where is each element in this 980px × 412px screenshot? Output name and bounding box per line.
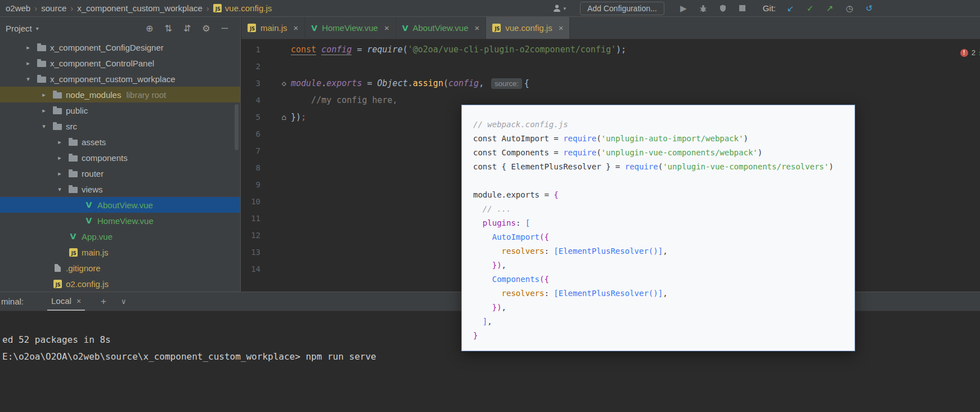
- tree-chevron-icon[interactable]: ▸: [37, 107, 51, 114]
- tab-label: vue.config.js: [505, 23, 552, 33]
- debug-icon[interactable]: [698, 4, 708, 13]
- git-label: Git:: [763, 3, 776, 13]
- breadcrumb: o2web›source›x_component_custom_workplac…: [6, 3, 552, 13]
- code-line-1: 1const config = require('@o2oa/vue-cli-p…: [241, 41, 980, 58]
- terminal-tab-local[interactable]: Local ×: [47, 292, 85, 311]
- editor-tab-vue.config.js[interactable]: JSvue.config.js×: [486, 17, 570, 39]
- tree-item-o2.config.js[interactable]: JSo2.config.js: [0, 276, 240, 292]
- line-number: 11: [241, 214, 260, 223]
- project-header-icons: ⊕ ⇅ ⇵ ⚙ ─: [146, 23, 228, 34]
- terminal-dropdown-icon[interactable]: ∨: [121, 297, 127, 306]
- tree-item-.gitignore[interactable]: .gitignore: [0, 260, 240, 276]
- code-text: const config = require('@o2oa/vue-cli-pl…: [291, 44, 626, 55]
- tree-item-label: src: [66, 122, 77, 131]
- tree-item-assets[interactable]: ▸assets: [0, 134, 240, 150]
- settings-icon[interactable]: ⚙: [202, 23, 210, 34]
- tree-item-main.js[interactable]: JSmain.js: [0, 244, 240, 260]
- popup-code-line: plugins: [: [473, 216, 855, 230]
- folder-icon: [69, 140, 78, 146]
- vue-file-icon: V: [402, 24, 408, 32]
- tab-close-icon[interactable]: ×: [384, 23, 389, 33]
- tree-item-node_modules[interactable]: ▸node_moduleslibrary root: [0, 87, 240, 102]
- tree-item-AboutView.vue[interactable]: VAboutView.vue: [0, 197, 240, 213]
- breadcrumb-item[interactable]: source: [41, 3, 66, 13]
- tree-chevron-icon[interactable]: ▾: [53, 186, 66, 193]
- folder-icon: [37, 77, 46, 83]
- tree-item-x_component_ControlPanel[interactable]: ▸x_component_ControlPanel: [0, 55, 240, 71]
- user-icon[interactable]: ▾: [552, 3, 566, 14]
- tree-item-HomeView.vue[interactable]: VHomeView.vue: [0, 213, 240, 229]
- commit-icon[interactable]: ✓: [805, 3, 815, 14]
- inspection-widget[interactable]: ! 2 ›: [960, 48, 980, 57]
- rollback-icon[interactable]: ↺: [864, 3, 874, 14]
- breadcrumb-item-label: source: [41, 3, 66, 13]
- popup-code-line: module.exports = {: [473, 188, 855, 202]
- push-icon[interactable]: ↗: [825, 3, 835, 14]
- tree-item-label: AboutView.vue: [97, 200, 153, 210]
- tab-close-icon[interactable]: ×: [559, 23, 564, 33]
- tree-item-x_component_ConfigDesigner[interactable]: ▸x_component_ConfigDesigner: [0, 39, 240, 55]
- add-configuration-button[interactable]: Add Configuration...: [580, 2, 664, 15]
- stop-square: [739, 5, 745, 11]
- tree-item-x_component_custom_workplace[interactable]: ▾x_component_custom_workplace: [0, 71, 240, 87]
- coverage-icon[interactable]: [718, 4, 728, 13]
- tree-item-components[interactable]: ▸components: [0, 150, 240, 165]
- code-text: module.exports = Object.assign(config, s…: [291, 78, 529, 88]
- tree-chevron-icon[interactable]: ▸: [21, 44, 35, 51]
- terminal-title: minal:: [0, 297, 24, 306]
- tree-item-label: router: [82, 169, 104, 178]
- toolbar-actions: ▾ Add Configuration... ▶ Git: ↙ ✓ ↗ ◷ ↺: [552, 2, 874, 15]
- tree-item-label: components: [82, 153, 128, 163]
- popup-code-line: const Components = require('unplugin-vue…: [473, 146, 855, 160]
- history-icon[interactable]: ◷: [844, 3, 855, 14]
- project-panel-title[interactable]: Project: [6, 24, 32, 33]
- stop-icon[interactable]: [738, 5, 748, 11]
- tree-chevron-icon[interactable]: ▸: [21, 60, 35, 67]
- tree-item-views[interactable]: ▾views: [0, 181, 240, 197]
- code-text: //my config here,: [291, 95, 398, 105]
- tree-chevron-icon[interactable]: ▸: [53, 154, 66, 162]
- tree-chevron-icon[interactable]: ▾: [37, 123, 51, 130]
- tree-chevron-icon[interactable]: ▸: [53, 170, 66, 177]
- new-terminal-icon[interactable]: +: [101, 296, 106, 307]
- popup-code-line: Components({: [473, 272, 855, 286]
- folder-icon: [53, 124, 62, 130]
- breadcrumb-item[interactable]: x_component_custom_workplace: [77, 3, 203, 13]
- tree-chevron-icon[interactable]: ▾: [21, 75, 35, 83]
- tree-item-public[interactable]: ▸public: [0, 102, 240, 118]
- tree-chevron-icon[interactable]: ▸: [37, 91, 51, 98]
- folder-icon: [53, 108, 62, 114]
- terminal-tab-close-icon[interactable]: ×: [77, 297, 81, 306]
- hide-panel-icon[interactable]: ─: [222, 23, 228, 33]
- editor-tab-main.js[interactable]: JSmain.js×: [241, 17, 305, 39]
- tree-item-App.vue[interactable]: VApp.vue: [0, 229, 240, 244]
- breadcrumb-item-label: vue.config.js: [225, 3, 272, 13]
- editor-tab-AboutView.vue[interactable]: VAboutView.vue×: [396, 17, 487, 39]
- breadcrumb-item[interactable]: o2web: [6, 3, 30, 13]
- update-project-icon[interactable]: ↙: [785, 3, 795, 14]
- tree-item-label: o2.config.js: [66, 279, 109, 289]
- project-views-caret-icon[interactable]: ▾: [36, 25, 39, 32]
- editor-tab-HomeView.vue[interactable]: VHomeView.vue×: [305, 17, 395, 39]
- locate-icon[interactable]: ⊕: [146, 23, 153, 34]
- project-tool-window: Project ▾ ⊕ ⇅ ⇵ ⚙ ─ ▸x_component_ConfigD…: [0, 17, 241, 292]
- tree-chevron-icon[interactable]: ▸: [53, 138, 66, 146]
- terminal-tab-label: Local: [51, 296, 71, 306]
- tab-close-icon[interactable]: ×: [474, 23, 479, 33]
- tree-item-router[interactable]: ▸router: [0, 165, 240, 181]
- run-icon[interactable]: ▶: [678, 3, 689, 14]
- project-scrollbar[interactable]: [235, 104, 239, 150]
- line-number: 10: [241, 197, 260, 206]
- folder-icon: [37, 45, 46, 51]
- tree-item-label: main.js: [82, 248, 109, 257]
- tab-close-icon[interactable]: ×: [294, 23, 299, 33]
- tree-item-suffix: library root: [126, 90, 166, 100]
- line-number: 3: [241, 79, 260, 88]
- js-file-icon: JS: [492, 24, 501, 32]
- breadcrumb-item[interactable]: JSvue.config.js: [213, 3, 272, 13]
- error-icon: !: [960, 49, 968, 57]
- tree-item-src[interactable]: ▾src: [0, 118, 240, 134]
- expand-all-icon[interactable]: ⇵: [183, 23, 191, 34]
- line-number: 9: [241, 180, 260, 189]
- collapse-all-icon[interactable]: ⇅: [165, 23, 172, 34]
